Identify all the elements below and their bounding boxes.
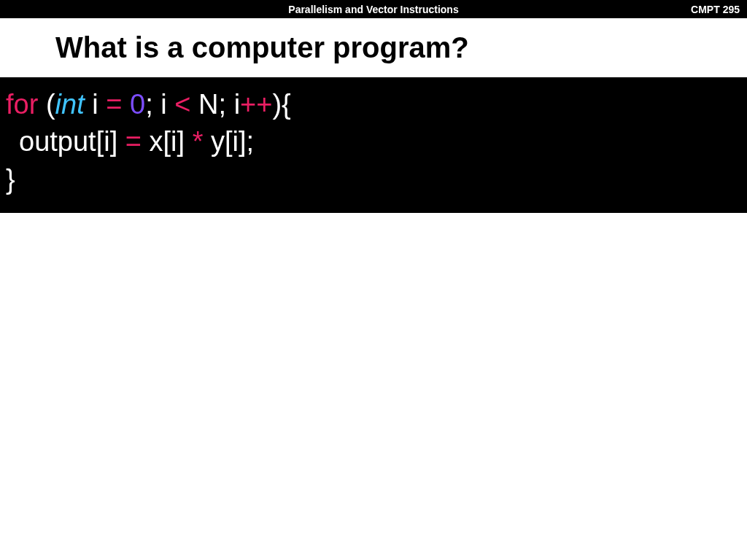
code-token: ; i: [145, 89, 174, 120]
header-course: CMPT 295: [691, 4, 740, 15]
code-token-op: <: [174, 89, 190, 120]
header-bar: Parallelism and Vector Instructions CMPT…: [0, 0, 747, 18]
code-line-3: }: [6, 161, 741, 198]
code-token: [122, 89, 130, 120]
code-token-number: 0: [130, 89, 145, 120]
code-token-op: =: [125, 126, 142, 157]
code-token-op: =: [106, 89, 122, 120]
code-token: [38, 89, 46, 120]
code-token: y[i];: [203, 126, 254, 157]
code-token: output[i]: [19, 126, 125, 157]
code-token: i: [92, 89, 106, 120]
slide-title: What is a computer program?: [0, 18, 747, 77]
code-token-type: int: [55, 89, 85, 120]
code-token: N; i: [191, 89, 241, 120]
code-token: x[i]: [142, 126, 193, 157]
code-token-op: *: [193, 126, 204, 157]
code-token-for: for: [6, 89, 38, 120]
code-block: for (int i = 0; i < N; i++){ output[i] =…: [0, 77, 747, 213]
header-title: Parallelism and Vector Instructions: [288, 4, 458, 15]
code-token: [85, 89, 93, 120]
code-token: }: [6, 164, 15, 195]
code-token-op: ++: [240, 89, 272, 120]
code-line-1: for (int i = 0; i < N; i++){: [6, 86, 741, 123]
code-line-2: output[i] = x[i] * y[i];: [6, 123, 741, 160]
code-token: ){: [272, 89, 290, 120]
code-token: (: [46, 89, 55, 120]
